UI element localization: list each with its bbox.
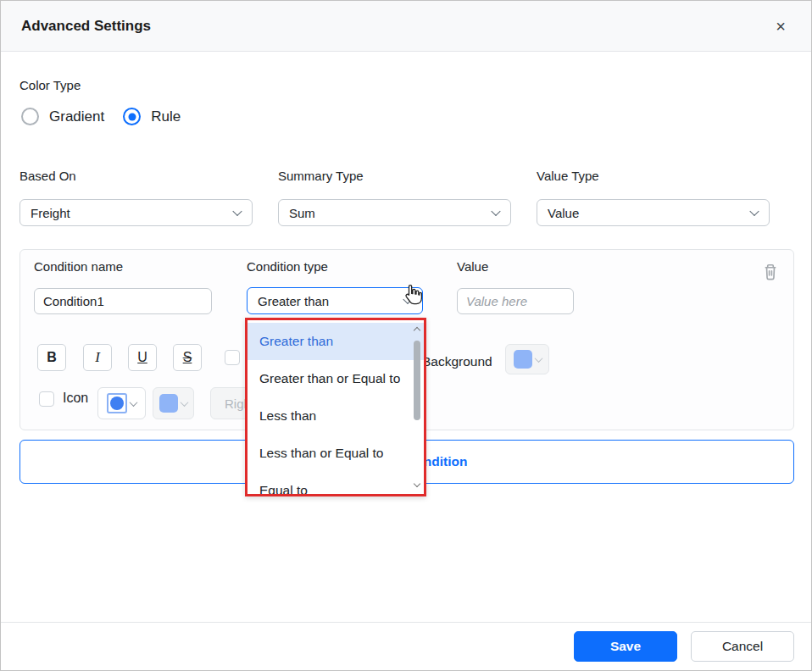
chevron-down-icon	[403, 295, 412, 304]
background-color-swatch	[514, 350, 532, 369]
based-on-field: Based On Freight	[19, 169, 253, 226]
condition-value-label: Value	[457, 259, 488, 274]
background-color-picker[interactable]	[505, 344, 549, 374]
based-on-label: Based On	[19, 169, 253, 183]
close-icon[interactable]: ×	[770, 16, 791, 36]
chevron-down-icon	[491, 207, 500, 216]
delete-condition-button[interactable]	[759, 262, 781, 284]
dropdown-items: Greater than Greater than or Equal to Le…	[247, 320, 424, 494]
summary-type-label: Summary Type	[278, 169, 511, 183]
circle-icon	[110, 396, 124, 410]
bold-button[interactable]: B	[37, 344, 66, 371]
based-on-select[interactable]: Freight	[19, 199, 253, 226]
save-button[interactable]: Save	[574, 631, 677, 662]
scroll-down-icon[interactable]	[414, 480, 420, 487]
condition-value-input[interactable]	[457, 288, 574, 314]
chevron-down-icon	[749, 207, 759, 216]
icon-label: Icon	[63, 391, 88, 406]
based-on-value: Freight	[31, 206, 70, 220]
radio-rule-circle[interactable]	[123, 108, 141, 125]
scroll-up-icon[interactable]	[414, 327, 420, 334]
italic-button[interactable]: I	[83, 344, 112, 371]
value-type-value: Value	[548, 206, 579, 220]
condition-type-value: Greater than	[258, 294, 329, 308]
cancel-button[interactable]: Cancel	[691, 631, 794, 662]
color-type-label: Color Type	[19, 78, 81, 92]
summary-type-select[interactable]: Sum	[278, 199, 511, 226]
summary-type-field: Summary Type Sum	[278, 169, 511, 226]
trash-icon	[761, 262, 780, 282]
dropdown-item-equal-to[interactable]: Equal to	[247, 472, 424, 496]
dialog-title: Advanced Settings	[21, 18, 151, 35]
radio-gradient[interactable]: Gradient	[21, 108, 104, 125]
condition-type-dropdown-list: Greater than Greater than or Equal to Le…	[245, 318, 426, 496]
dropdown-scrollbar[interactable]	[411, 322, 423, 492]
dropdown-item-greater-than[interactable]: Greater than	[247, 323, 424, 360]
value-type-select[interactable]: Value	[537, 199, 770, 226]
condition-name-input[interactable]	[34, 288, 212, 314]
summary-type-value: Sum	[289, 206, 315, 220]
condition-type-label: Condition type	[247, 259, 328, 274]
background-label: Background	[422, 354, 492, 369]
icon-shape-selected-box	[107, 393, 127, 413]
condition-name-label: Condition name	[34, 259, 123, 274]
condition-type-select[interactable]: Greater than	[247, 287, 423, 314]
chevron-down-icon	[130, 398, 138, 407]
radio-gradient-label: Gradient	[49, 108, 104, 125]
icon-checkbox[interactable]	[39, 391, 54, 407]
value-type-label: Value Type	[537, 169, 770, 183]
color-type-radio-group: Gradient Rule	[21, 108, 181, 125]
radio-rule-label: Rule	[151, 108, 181, 125]
dialog-footer: Save Cancel	[1, 622, 811, 670]
icon-color-swatch	[159, 394, 178, 413]
radio-rule[interactable]: Rule	[123, 108, 181, 125]
icon-color-picker[interactable]	[153, 387, 194, 419]
value-type-field: Value Type Value	[537, 169, 770, 226]
font-color-checkbox[interactable]	[225, 350, 240, 365]
icon-shape-picker[interactable]	[97, 387, 146, 419]
dialog-header: Advanced Settings ×	[1, 1, 811, 52]
chevron-down-icon	[534, 354, 542, 363]
chevron-down-icon	[181, 398, 189, 407]
dropdown-item-greater-than-or-equal-to[interactable]: Greater than or Equal to	[247, 360, 424, 397]
dropdown-item-less-than[interactable]: Less than	[247, 397, 424, 435]
scrollbar-thumb[interactable]	[414, 341, 420, 420]
strikethrough-button[interactable]: S	[173, 344, 202, 371]
underline-button[interactable]: U	[128, 344, 157, 371]
advanced-settings-dialog: Advanced Settings × Color Type Gradient …	[0, 0, 812, 671]
chevron-down-icon	[232, 207, 242, 216]
radio-gradient-circle[interactable]	[21, 108, 39, 125]
dropdown-item-less-than-or-equal-to[interactable]: Less than or Equal to	[247, 435, 424, 472]
